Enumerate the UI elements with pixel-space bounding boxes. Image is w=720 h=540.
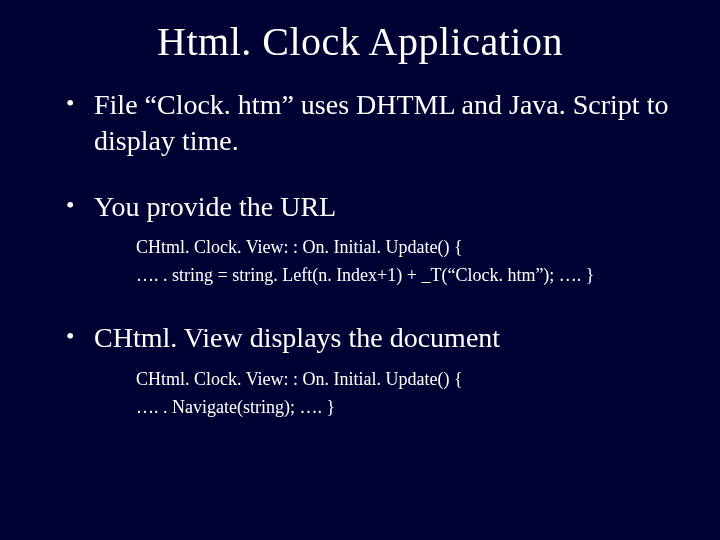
bullet-text: CHtml. View displays the document: [94, 322, 500, 353]
slide-title: Html. Clock Application: [40, 18, 680, 65]
code-line: …. . Navigate(string); …. }: [136, 394, 670, 422]
code-line: CHtml. Clock. View: : On. Initial. Updat…: [136, 234, 670, 262]
bullet-item: File “Clock. htm” uses DHTML and Java. S…: [60, 87, 670, 159]
bullet-text: File “Clock. htm” uses DHTML and Java. S…: [94, 89, 668, 156]
sub-block: CHtml. Clock. View: : On. Initial. Updat…: [94, 366, 670, 422]
bullet-text: You provide the URL: [94, 191, 336, 222]
bullet-list: File “Clock. htm” uses DHTML and Java. S…: [40, 87, 680, 422]
sub-block: CHtml. Clock. View: : On. Initial. Updat…: [94, 234, 670, 290]
code-line: CHtml. Clock. View: : On. Initial. Updat…: [136, 366, 670, 394]
bullet-item: CHtml. View displays the document CHtml.…: [60, 320, 670, 422]
code-line: …. . string = string. Left(n. Index+1) +…: [136, 262, 670, 290]
bullet-item: You provide the URL CHtml. Clock. View: …: [60, 189, 670, 291]
slide: Html. Clock Application File “Clock. htm…: [0, 0, 720, 540]
